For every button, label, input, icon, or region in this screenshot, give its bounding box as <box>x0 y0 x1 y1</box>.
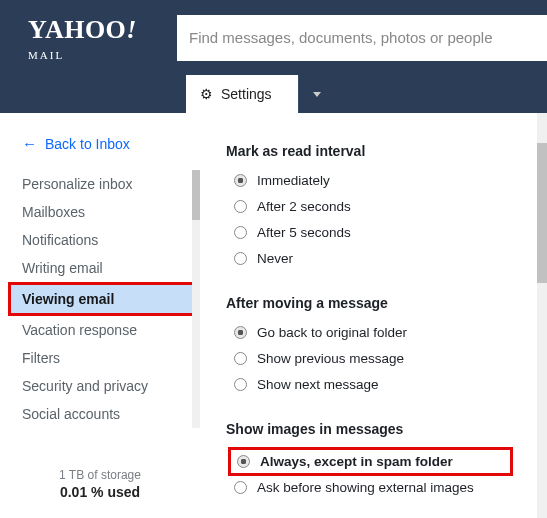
back-label: Back to Inbox <box>45 136 130 152</box>
storage-used: 0.01 % used <box>0 484 200 500</box>
nav-personalize[interactable]: Personalize inbox <box>0 170 200 198</box>
highlight-images-always: Always, except in spam folder <box>228 447 513 476</box>
nav-writing-email[interactable]: Writing email <box>0 254 200 282</box>
radio-label: After 5 seconds <box>257 225 351 240</box>
nav-notifications[interactable]: Notifications <box>0 226 200 254</box>
radio-move-next[interactable]: Show next message <box>226 373 537 399</box>
radio-read-never[interactable]: Never <box>226 247 537 273</box>
chevron-down-icon <box>313 92 321 97</box>
section-title-move: After moving a message <box>226 295 537 311</box>
arrow-left-icon: ← <box>22 135 37 152</box>
back-to-inbox[interactable]: ← Back to Inbox <box>0 135 200 152</box>
yahoo-logo: YAHOO! MAIL <box>28 15 137 61</box>
radio-label: Show previous message <box>257 351 404 366</box>
search-input[interactable] <box>189 29 547 46</box>
radio-icon <box>234 378 247 391</box>
nav-viewing-email[interactable]: Viewing email <box>8 282 200 316</box>
storage-info: 1 TB of storage 0.01 % used <box>0 428 200 500</box>
radio-icon <box>234 226 247 239</box>
settings-nav: Personalize inbox Mailboxes Notification… <box>0 170 200 428</box>
radio-icon <box>234 174 247 187</box>
logo-text: YAHOO <box>28 15 126 44</box>
radio-images-always[interactable]: Always, except in spam folder <box>237 452 504 471</box>
storage-total: 1 TB of storage <box>0 468 200 482</box>
radio-label: Go back to original folder <box>257 325 407 340</box>
radio-icon <box>237 455 250 468</box>
header: YAHOO! MAIL <box>0 0 547 75</box>
sidebar-scroll-thumb[interactable] <box>192 170 200 220</box>
radio-icon <box>234 200 247 213</box>
subheader: ⚙ Settings <box>0 75 547 113</box>
settings-content: Mark as read interval Immediately After … <box>200 113 547 518</box>
logo-exclaim: ! <box>126 15 137 44</box>
logo-sub: MAIL <box>28 49 137 61</box>
content-scrollbar[interactable] <box>537 113 547 518</box>
search-box[interactable] <box>177 15 547 61</box>
sidebar-scrollbar[interactable] <box>192 170 200 428</box>
gear-icon: ⚙ <box>200 86 213 102</box>
content-scroll-thumb[interactable] <box>537 143 547 283</box>
radio-read-2s[interactable]: After 2 seconds <box>226 195 537 221</box>
radio-move-original[interactable]: Go back to original folder <box>226 321 537 347</box>
radio-images-ask[interactable]: Ask before showing external images <box>226 476 537 502</box>
nav-filters[interactable]: Filters <box>0 344 200 372</box>
nav-social[interactable]: Social accounts <box>0 400 200 428</box>
radio-label: Ask before showing external images <box>257 480 474 495</box>
nav-vacation[interactable]: Vacation response <box>0 316 200 344</box>
radio-label: Never <box>257 251 293 266</box>
tab-label: Settings <box>221 86 272 102</box>
sidebar: ← Back to Inbox Personalize inbox Mailbo… <box>0 113 200 518</box>
section-title-read: Mark as read interval <box>226 143 537 159</box>
radio-icon <box>234 326 247 339</box>
radio-label: Show next message <box>257 377 379 392</box>
radio-read-5s[interactable]: After 5 seconds <box>226 221 537 247</box>
section-title-images: Show images in messages <box>226 421 537 437</box>
radio-move-previous[interactable]: Show previous message <box>226 347 537 373</box>
radio-icon <box>234 252 247 265</box>
radio-read-immediately[interactable]: Immediately <box>226 169 537 195</box>
tab-dropdown[interactable] <box>298 75 335 113</box>
radio-label: Immediately <box>257 173 330 188</box>
radio-label: Always, except in spam folder <box>260 454 453 469</box>
radio-icon <box>234 481 247 494</box>
nav-security[interactable]: Security and privacy <box>0 372 200 400</box>
radio-label: After 2 seconds <box>257 199 351 214</box>
nav-mailboxes[interactable]: Mailboxes <box>0 198 200 226</box>
tab-settings[interactable]: ⚙ Settings <box>186 75 298 113</box>
main: ← Back to Inbox Personalize inbox Mailbo… <box>0 113 547 518</box>
radio-icon <box>234 352 247 365</box>
